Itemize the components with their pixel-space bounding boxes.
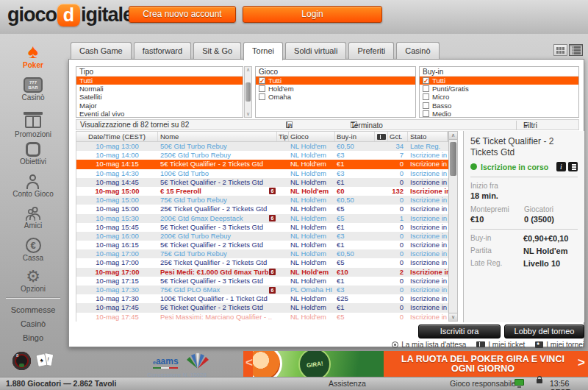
my-tickets-link[interactable]: I miei ticket bbox=[476, 341, 525, 349]
col-ticket[interactable] bbox=[375, 132, 388, 141]
waitlist-link[interactable]: La mia lista d'attesa bbox=[392, 341, 466, 349]
cell-ticket bbox=[375, 151, 388, 160]
list-view-toggle[interactable] bbox=[569, 44, 583, 56]
table-row[interactable]: 10-mag 17:0075€ Gtd Turbo RebuyNL Hold'e… bbox=[76, 249, 448, 258]
create-account-button[interactable]: Crea nuovo account bbox=[129, 6, 236, 23]
filter-option-hold-em[interactable]: Hold'em bbox=[256, 85, 415, 93]
table-row[interactable]: 10-mag 15:0075€ Gtd Turbo RebuyNL Hold'e… bbox=[76, 196, 448, 205]
cell-stato: Iscrizione in corso bbox=[408, 303, 448, 312]
scroll-down-icon[interactable]: ∨ bbox=[246, 111, 250, 117]
tab-tornei[interactable]: Tornei bbox=[243, 42, 283, 60]
col-gct[interactable]: Gct. bbox=[388, 132, 408, 141]
sidebar-link-scommesse[interactable]: Scommesse bbox=[0, 305, 66, 314]
scroll-down-icon[interactable]: ∨ bbox=[449, 313, 457, 321]
table-row[interactable]: 10-mag 17:155€ Ticket Qualifier - 3 Tick… bbox=[76, 277, 448, 286]
tipo-scrollbar-thumb[interactable] bbox=[245, 82, 251, 102]
filter-option-tutti[interactable]: ✓Tutti bbox=[256, 77, 415, 85]
col-gioco[interactable]: Gioco bbox=[289, 132, 335, 141]
sidebar-item-amici[interactable]: Amici bbox=[0, 206, 66, 230]
login-button[interactable]: Login bbox=[243, 6, 382, 23]
cell-gioco: PL Omaha HI bbox=[289, 286, 335, 294]
cell-stato: Late Reg. bbox=[408, 142, 448, 151]
table-layout-icon[interactable] bbox=[568, 162, 578, 171]
table-row[interactable]: 10-mag 17:30100€ Ticket Qualifier - 1 Ti… bbox=[76, 294, 448, 303]
register-now-button[interactable]: Iscriviti ora bbox=[418, 325, 501, 338]
sidebar-item-conto-gioco[interactable]: Conto Gioco bbox=[0, 174, 66, 198]
sidebar-item-label: Poker bbox=[0, 61, 66, 69]
responsible-gaming-link[interactable]: Gioco responsabile bbox=[450, 379, 516, 388]
tab-fastforward[interactable]: fastforward bbox=[134, 42, 191, 59]
tiles-view-toggle[interactable] bbox=[553, 44, 567, 56]
filter-option-punti-gratis[interactable]: Punti/Gratis bbox=[420, 85, 578, 93]
sidebar-item-poker[interactable]: ♠ Poker bbox=[0, 43, 66, 69]
col-date[interactable]: Date/Time (CEST) bbox=[76, 132, 158, 141]
table-row[interactable]: 10-mag 15:30200€ Gtd 6max Deepstack6NL H… bbox=[76, 214, 448, 223]
table-row[interactable]: 10-mag 17:0025€ Ticket Qualifier - 2 Tic… bbox=[76, 258, 448, 267]
table-row[interactable]: 10-mag 14:30100€ Gtd TurboNL Hold'em€30I… bbox=[76, 169, 448, 178]
table-row[interactable]: 10-mag 17:45Pesi Massimi: Marciano Quali… bbox=[76, 313, 448, 322]
sidebar-link-casino[interactable]: Casinò bbox=[0, 319, 66, 328]
tournament-lobby-button[interactable]: Lobby del torneo bbox=[504, 325, 584, 338]
cell-name: 25€ Ticket Qualifier - 2 Tickets Gtd bbox=[158, 258, 277, 267]
table-row[interactable]: 10-mag 17:455€ Ticket Qualifier - 2 Tick… bbox=[76, 303, 448, 312]
filter-option-tutti[interactable]: ✓Tutti bbox=[420, 77, 578, 85]
filter-option-major[interactable]: Major bbox=[76, 102, 243, 110]
banner-next-icon[interactable]: > bbox=[578, 355, 585, 370]
cell-gioco: NL Hold'em bbox=[289, 205, 335, 213]
assistenza-link[interactable]: Assistenza bbox=[329, 379, 366, 388]
sidebar-item-casino[interactable]: 777BAR Casinò bbox=[0, 77, 66, 102]
tab-casin-[interactable]: Casinò bbox=[396, 42, 439, 59]
table-scrollbar[interactable]: ∧ ∨ bbox=[448, 131, 458, 322]
col-tipo[interactable]: Tipo bbox=[277, 132, 289, 141]
table-scrollbar-thumb[interactable] bbox=[450, 142, 456, 176]
table-row[interactable]: 10-mag 17:00Pesi Medi: €1.000 Gtd 6max T… bbox=[76, 268, 448, 277]
tab-preferiti[interactable]: Preferiti bbox=[348, 42, 394, 59]
playing-cards-icon[interactable]: !♠ bbox=[36, 352, 55, 370]
table-row[interactable]: 10-mag 15:455€ Ticket Qualifier - 3 Tick… bbox=[76, 223, 448, 232]
cell-stato: Iscrizione in corso bbox=[408, 249, 448, 258]
col-nome[interactable]: Nome bbox=[158, 132, 277, 141]
filter-option-eventi-dal-vivo[interactable]: Eventi dal vivo bbox=[76, 110, 243, 118]
tipo-scrollbar[interactable]: ∧ ∨ bbox=[244, 66, 252, 118]
my-tournaments-link[interactable]: I miei tornei bbox=[535, 341, 584, 349]
info-icon[interactable]: i bbox=[556, 162, 566, 171]
sidebar-link-bingo[interactable]: Bingo bbox=[0, 333, 66, 342]
table-row[interactable]: 10-mag 16:155€ Ticket Qualifier - 2 Tick… bbox=[76, 241, 448, 249]
table-row[interactable]: 10-mag 15:00€ 15 Freeroll6NL Hold'em€013… bbox=[76, 187, 448, 196]
table-row[interactable]: 10-mag 17:3075€ Gtd PLO 6Max6PL Omaha HI… bbox=[76, 286, 448, 294]
sidebar-item-promozioni[interactable]: Promozioni bbox=[0, 111, 66, 138]
sidebar-item-obiettivi[interactable]: Obiettivi bbox=[0, 142, 66, 166]
tab-sit-go[interactable]: Sit & Go bbox=[193, 42, 241, 59]
table-row[interactable]: 10-mag 14:00250€ Gtd Turbo RebuyNL Hold'… bbox=[76, 151, 448, 160]
filter-option-normali[interactable]: Normali bbox=[76, 85, 243, 93]
filter-option-micro[interactable]: Micro bbox=[420, 93, 578, 101]
sidebar-item-opzioni[interactable]: ⚙ Opzioni bbox=[0, 269, 66, 293]
col-stato[interactable]: Stato bbox=[408, 132, 448, 141]
table-row[interactable]: 10-mag 15:0025€ Ticket Qualifier - 2 Tic… bbox=[76, 205, 448, 213]
banner-text: LA RUOTA DEL POKER GIRA E VINCI OGNI GIO… bbox=[394, 351, 572, 377]
cell-name: 25€ Ticket Qualifier - 2 Tickets Gtd bbox=[158, 205, 277, 213]
cell-ticket bbox=[375, 249, 388, 258]
tab-cash-game[interactable]: Cash Game bbox=[71, 42, 132, 59]
cell-gioco: NL Hold'em bbox=[289, 214, 335, 223]
table-row[interactable]: 10-mag 16:00200€ Gtd Turbo RebuyNL Hold'… bbox=[76, 232, 448, 241]
table-row[interactable]: 10-mag 13:0050€ Gtd Turbo RebuyNL Hold'e… bbox=[76, 142, 448, 151]
banner-prev-icon[interactable]: < bbox=[245, 355, 253, 370]
scroll-up-icon[interactable]: ∧ bbox=[449, 132, 457, 140]
table-row[interactable]: 10-mag 14:455€ Ticket Qualifier - 2 Tick… bbox=[76, 178, 448, 187]
tab-soldi-virtuali[interactable]: Soldi virtuali bbox=[285, 42, 346, 59]
filter-option-omaha[interactable]: Omaha bbox=[256, 93, 415, 101]
scroll-up-icon[interactable]: ∧ bbox=[246, 67, 250, 73]
cell-gct: 0 bbox=[388, 178, 408, 187]
filter-option-basso[interactable]: Basso bbox=[420, 102, 578, 110]
col-buyin[interactable]: Buy-in bbox=[335, 132, 375, 141]
cell-gioco: NL Hold'em bbox=[289, 241, 335, 249]
table-row[interactable]: 10-mag 14:155€ Ticket Qualifier - 2 Tick… bbox=[76, 160, 448, 169]
roulette-icon[interactable] bbox=[12, 352, 31, 370]
sidebar-item-cassa[interactable]: € Cassa bbox=[0, 238, 66, 262]
promo-banner[interactable]: < GIRA! LA RUOTA DEL POKER GIRA E VINCI … bbox=[243, 351, 588, 377]
cell-buyin: €5 bbox=[335, 258, 375, 267]
filter-option-medio[interactable]: Medio bbox=[420, 110, 578, 118]
filter-option-satelliti[interactable]: Satelliti bbox=[76, 93, 243, 101]
filter-option-tutti[interactable]: Tutti bbox=[76, 77, 243, 85]
